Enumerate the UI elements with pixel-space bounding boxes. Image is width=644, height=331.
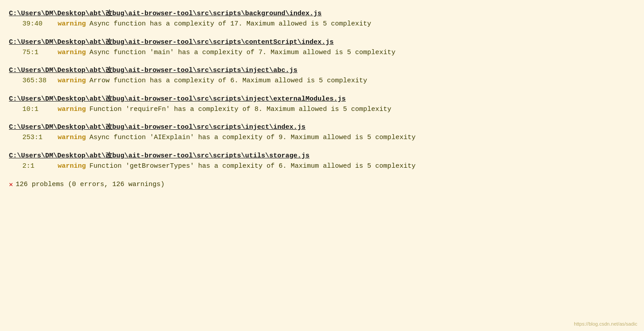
file-path-2: C:\Users\DM\Desktop\abt\改bug\ait-browser… — [9, 38, 631, 46]
warning-message-3-0: Arrow function has a complexity of 6. Ma… — [89, 76, 631, 86]
warning-message-1-0: Async function has a complexity of 17. M… — [89, 19, 631, 30]
warning-line-3-0: 365:38 warning Arrow function has a comp… — [9, 76, 631, 86]
summary-text: 126 problems (0 errors, 126 warnings) — [16, 181, 165, 188]
warning-keyword-3-0: warning — [58, 76, 86, 86]
warning-keyword-1-0: warning — [58, 19, 86, 30]
file-path-1: C:\Users\DM\Desktop\abt\改bug\ait-browser… — [9, 9, 631, 17]
terminal-output: C:\Users\DM\Desktop\abt\改bug\ait-browser… — [9, 9, 631, 189]
file-block-5: C:\Users\DM\Desktop\abt\改bug\ait-browser… — [9, 123, 631, 143]
file-block-1: C:\Users\DM\Desktop\abt\改bug\ait-browser… — [9, 9, 631, 30]
file-path-4: C:\Users\DM\Desktop\abt\改bug\ait-browser… — [9, 94, 631, 103]
warning-keyword-4-0: warning — [58, 105, 86, 115]
file-block-2: C:\Users\DM\Desktop\abt\改bug\ait-browser… — [9, 38, 631, 58]
line-col-6-0: 2:1 — [22, 161, 56, 172]
line-col-2-0: 75:1 — [22, 48, 56, 58]
watermark: https://blog.csdn.net/as/sadic — [574, 321, 637, 327]
warning-keyword-6-0: warning — [58, 161, 86, 172]
line-col-4-0: 10:1 — [22, 105, 56, 115]
error-icon: ✕ — [9, 180, 13, 189]
file-path-6: C:\Users\DM\Desktop\abt\改bug\ait-browser… — [9, 151, 631, 160]
warning-message-2-0: Async function 'main' has a complexity o… — [89, 48, 631, 58]
line-col-5-0: 253:1 — [22, 133, 56, 143]
warning-message-5-0: Async function 'AIExplain' has a complex… — [89, 133, 631, 143]
warning-keyword-2-0: warning — [58, 48, 86, 58]
file-path-5: C:\Users\DM\Desktop\abt\改bug\ait-browser… — [9, 123, 631, 131]
line-col-3-0: 365:38 — [22, 76, 56, 86]
summary-line: ✕ 126 problems (0 errors, 126 warnings) — [9, 180, 631, 189]
file-path-3: C:\Users\DM\Desktop\abt\改bug\ait-browser… — [9, 66, 631, 74]
warning-message-4-0: Function 'requireFn' has a complexity of… — [89, 105, 631, 115]
warning-line-1-0: 39:40 warning Async function has a compl… — [9, 19, 631, 30]
warning-keyword-5-0: warning — [58, 133, 86, 143]
file-block-4: C:\Users\DM\Desktop\abt\改bug\ait-browser… — [9, 94, 631, 115]
warning-line-4-0: 10:1 warning Function 'requireFn' has a … — [9, 105, 631, 115]
file-block-3: C:\Users\DM\Desktop\abt\改bug\ait-browser… — [9, 66, 631, 86]
warning-message-6-0: Function 'getBrowserTypes' has a complex… — [89, 161, 631, 172]
file-block-6: C:\Users\DM\Desktop\abt\改bug\ait-browser… — [9, 151, 631, 172]
warning-line-2-0: 75:1 warning Async function 'main' has a… — [9, 48, 631, 58]
line-col-1-0: 39:40 — [22, 19, 56, 30]
warning-line-5-0: 253:1 warning Async function 'AIExplain'… — [9, 133, 631, 143]
warning-line-6-0: 2:1 warning Function 'getBrowserTypes' h… — [9, 161, 631, 172]
